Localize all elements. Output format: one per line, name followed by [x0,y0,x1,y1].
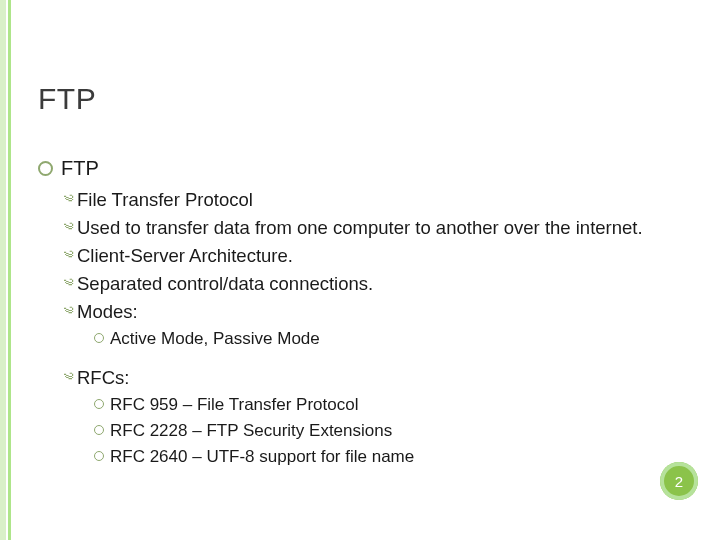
point-text: Separated control/data connections. [77,272,678,297]
page-number-badge: 2 [660,462,698,500]
bullet-small-circle-icon [94,451,104,461]
bullet-curl-icon: ༄ [64,272,73,297]
point-text: RFCs: [77,366,678,391]
spacer [38,354,678,366]
point-text: Client-Server Architecture. [77,244,678,269]
bullet-circle-icon [38,161,53,176]
point-row: ༄ File Transfer Protocol [64,188,678,213]
bullet-curl-icon: ༄ [64,188,73,213]
bullet-small-circle-icon [94,333,104,343]
point-row: ༄ Client-Server Architecture. [64,244,678,269]
slide-title: FTP [38,82,96,116]
page-number: 2 [675,473,683,490]
section-heading-row: FTP [38,155,678,182]
subpoint-text: RFC 2640 – UTF-8 support for file name [110,446,678,469]
subpoint-row: RFC 2640 – UTF-8 support for file name [94,446,678,469]
point-row: ༄ Separated control/data connections. [64,272,678,297]
point-text: Used to transfer data from one computer … [77,216,678,241]
bullet-curl-icon: ༄ [64,216,73,241]
subpoint-text: Active Mode, Passive Mode [110,328,678,351]
slide: FTP FTP ༄ File Transfer Protocol ༄ Used … [0,0,720,540]
bullet-curl-icon: ༄ [64,300,73,325]
point-row: ༄ RFCs: [64,366,678,391]
left-edge-inner [8,0,11,540]
subpoint-text: RFC 959 – File Transfer Protocol [110,394,678,417]
point-row: ༄ Modes: [64,300,678,325]
point-text: File Transfer Protocol [77,188,678,213]
point-row: ༄ Used to transfer data from one compute… [64,216,678,241]
left-edge-outer [0,0,6,540]
point-text: Modes: [77,300,678,325]
bullet-small-circle-icon [94,425,104,435]
bullet-curl-icon: ༄ [64,244,73,269]
bullet-small-circle-icon [94,399,104,409]
subpoint-row: Active Mode, Passive Mode [94,328,678,351]
bullet-curl-icon: ༄ [64,366,73,391]
slide-content: FTP ༄ File Transfer Protocol ༄ Used to t… [38,155,678,472]
subpoint-row: RFC 2228 – FTP Security Extensions [94,420,678,443]
subpoint-text: RFC 2228 – FTP Security Extensions [110,420,678,443]
subpoint-row: RFC 959 – File Transfer Protocol [94,394,678,417]
section-heading: FTP [61,155,678,182]
